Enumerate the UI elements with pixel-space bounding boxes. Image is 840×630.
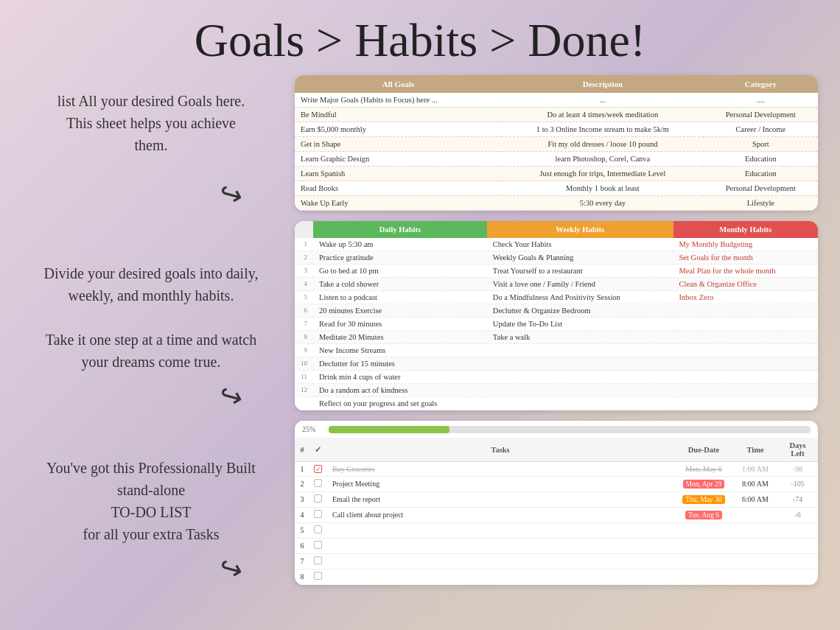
goals-table-cell: Earn $5,000 monthly xyxy=(295,122,502,137)
todo-checkbox[interactable] xyxy=(309,507,326,522)
habit-num: 5 xyxy=(295,291,313,304)
goals-table-cell: Get in Shape xyxy=(295,137,502,152)
right-panel: All Goals Description Category Write Maj… xyxy=(295,75,818,585)
goals-table-cell: Sport xyxy=(704,137,818,152)
habits-table: Daily Habits Weekly Habits Monthly Habit… xyxy=(295,221,818,410)
todo-checkbox[interactable] xyxy=(309,491,326,507)
habit-monthly xyxy=(673,304,818,318)
habit-weekly: Weekly Goals & Planning xyxy=(487,251,673,265)
habits-table-row: 7Read for 30 minutesUpdate the To-Do Lis… xyxy=(295,318,818,331)
todo-time: 1:00 AM xyxy=(733,462,777,477)
todo-due-date: Thu, May 30 xyxy=(674,491,733,507)
habit-num: 12 xyxy=(295,384,313,397)
habit-num: 4 xyxy=(295,278,313,291)
todo-description: You've got this Professionally Built sta… xyxy=(22,449,280,553)
habits-table-row: 620 minutes ExerciseDeclutter & Organize… xyxy=(295,304,818,318)
todo-due-date xyxy=(674,569,733,584)
todo-time xyxy=(733,538,777,553)
goals-table-cell: learn Photoshop, Corel, Canva xyxy=(502,152,704,167)
habit-monthly xyxy=(673,357,818,371)
habit-daily: Read for 30 minutes xyxy=(313,318,487,331)
page-title: Goals > Habits > Done! xyxy=(0,0,840,75)
habit-monthly xyxy=(673,344,818,357)
todo-table: # ✓ Tasks Due-Date Time Days Left 1✓Buy … xyxy=(295,438,818,585)
habit-weekly xyxy=(487,344,673,357)
habit-monthly xyxy=(673,318,818,331)
category-col-header: Category xyxy=(704,75,818,93)
arrow-2: ↪ xyxy=(22,380,280,413)
todo-due-date xyxy=(674,553,733,569)
habit-daily: Wake up 5:30 am xyxy=(313,238,487,251)
goals-table-row: Learn SpanishJust enough for trips, Inte… xyxy=(295,167,818,181)
habit-monthly: Clean & Organize Office xyxy=(673,278,818,291)
habit-num: 6 xyxy=(295,304,313,318)
left-panel: list All your desired Goals here. This s… xyxy=(22,75,280,585)
habits-table-row: 12Do a random act of kindness xyxy=(295,384,818,397)
todo-task-name: Project Meeting xyxy=(326,476,674,491)
habit-daily: Meditate 20 Minutes xyxy=(313,331,487,344)
goals-table-row: Read BooksMonthly 1 book at leastPersona… xyxy=(295,181,818,196)
habits-table-row: 1Wake up 5:30 amCheck Your HabitsMy Mont… xyxy=(295,238,818,251)
todo-checkbox[interactable]: ✓ xyxy=(309,462,326,477)
todo-days-left xyxy=(777,553,818,569)
goals-table-cell: Monthly 1 book at least xyxy=(502,181,704,196)
todo-days-left: -6 xyxy=(777,507,818,522)
todo-table-row: 5 xyxy=(295,522,818,538)
goals-table-row: Get in ShapeFit my old dresses / loose 1… xyxy=(295,137,818,152)
todo-time xyxy=(733,569,777,584)
habit-daily: 20 minutes Exercise xyxy=(313,304,487,318)
todo-checkbox[interactable] xyxy=(309,522,326,538)
goals-table-row: Earn $5,000 monthly1 to 3 Online Income … xyxy=(295,122,818,137)
habit-weekly: Declutter & Organize Bedroom xyxy=(487,304,673,318)
todo-days-left: -74 xyxy=(777,491,818,507)
goals-table-cell: Fit my old dresses / loose 10 pound xyxy=(502,137,704,152)
habits-table-row: 9New Income Streams xyxy=(295,344,818,357)
goals-table-cell: ... xyxy=(502,93,704,108)
habit-monthly: Meal Plan for the whole month xyxy=(673,265,818,278)
monthly-habits-header: Monthly Habits xyxy=(673,221,818,238)
habit-weekly: Do a Mindfulness And Positivity Session xyxy=(487,291,673,304)
goals-table-cell: Just enough for trips, Intermediate Leve… xyxy=(502,167,704,181)
progress-bar-fill xyxy=(329,426,449,433)
num-col-header: # xyxy=(295,438,309,462)
habit-weekly xyxy=(487,384,673,397)
todo-task-name: Call client about project xyxy=(326,507,674,522)
goals-table-cell: Personal Development xyxy=(704,108,818,122)
tasks-col-header: Tasks xyxy=(326,438,674,462)
todo-num: 8 xyxy=(295,569,309,584)
goals-table: All Goals Description Category Write Maj… xyxy=(295,75,818,211)
arrow-1: ↪ xyxy=(22,178,280,211)
todo-task-name xyxy=(326,538,674,553)
goals-table-cell: Do at least 4 times/week meditation xyxy=(502,108,704,122)
todo-time xyxy=(733,507,777,522)
todo-num: 5 xyxy=(295,522,309,538)
habits-table-row: 4Take a cold showerVisit a love one / Fa… xyxy=(295,278,818,291)
todo-checkbox[interactable] xyxy=(309,538,326,553)
todo-checkbox[interactable] xyxy=(309,476,326,491)
habit-num: 8 xyxy=(295,331,313,344)
todo-task-name: Buy Groceries xyxy=(326,462,674,477)
habits-table-row: 5Listen to a podcastDo a Mindfulness And… xyxy=(295,291,818,304)
goals-table-row: Wake Up Early5:30 every dayLifestyle xyxy=(295,196,818,211)
goals-description: list All your desired Goals here. This s… xyxy=(22,83,280,164)
goals-table-cell: Lifestyle xyxy=(704,196,818,211)
todo-checkbox[interactable] xyxy=(309,569,326,584)
todo-due-date: Mon, Apr 29 xyxy=(674,476,733,491)
habits-description: Divide your desired goals into daily, we… xyxy=(22,255,280,380)
todo-checkbox[interactable] xyxy=(309,553,326,569)
habits-table-row: 2Practice gratitudeWeekly Goals & Planni… xyxy=(295,251,818,265)
todo-days-left xyxy=(777,538,818,553)
todo-days-left xyxy=(777,569,818,584)
todo-table-row: 6 xyxy=(295,538,818,553)
goals-table-cell: Learn Spanish xyxy=(295,167,502,181)
goals-table-cell: Education xyxy=(704,152,818,167)
todo-num: 3 xyxy=(295,491,309,507)
habit-num: 1 xyxy=(295,238,313,251)
habit-num xyxy=(295,397,313,410)
habit-monthly xyxy=(673,397,818,410)
todo-num: 4 xyxy=(295,507,309,522)
habit-monthly: Inbox Zero xyxy=(673,291,818,304)
todo-time xyxy=(733,522,777,538)
progress-bar-bg xyxy=(329,426,811,433)
goals-table-row: Learn Graphic Designlearn Photoshop, Cor… xyxy=(295,152,818,167)
